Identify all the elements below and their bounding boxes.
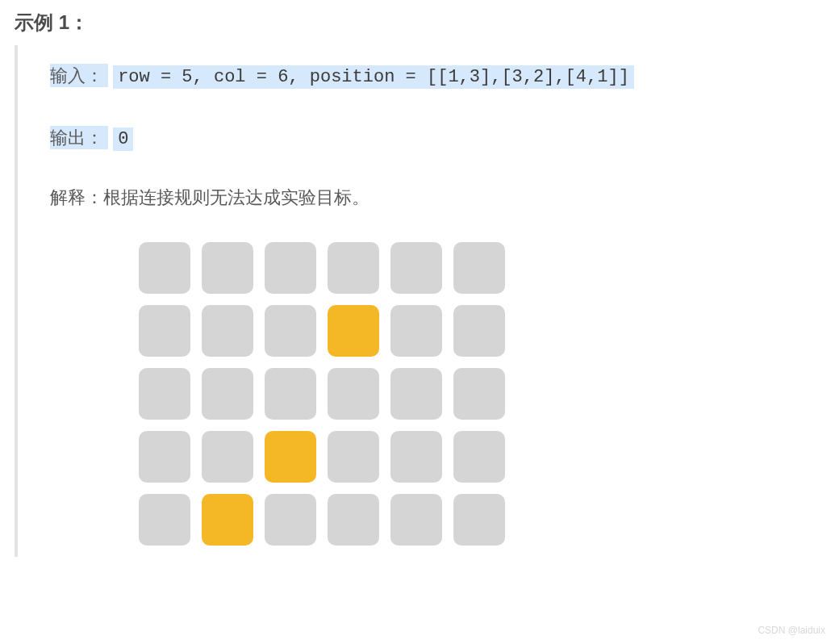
grid-cell (453, 494, 505, 546)
grid-cell (265, 305, 316, 357)
grid-cell (453, 305, 505, 357)
grid (139, 242, 505, 557)
explain-label: 解释： (50, 187, 103, 207)
grid-cell-active (202, 494, 253, 546)
grid-row (139, 494, 505, 546)
grid-row (139, 242, 505, 294)
output-value: 0 (113, 128, 133, 151)
input-line: 输入： row = 5, col = 6, position = [[1,3],… (50, 61, 835, 91)
grid-cell (328, 368, 379, 420)
grid-cell (139, 494, 190, 546)
grid-cell (202, 431, 253, 483)
grid-cell (202, 242, 253, 294)
grid-cell-active (265, 431, 316, 483)
input-label: 输入： (50, 64, 108, 87)
example-block: 输入： row = 5, col = 6, position = [[1,3],… (15, 45, 835, 557)
grid-cell (453, 242, 505, 294)
grid-cell (202, 368, 253, 420)
grid-cell (265, 242, 316, 294)
grid-row (139, 305, 505, 357)
input-value: row = 5, col = 6, position = [[1,3],[3,2… (113, 65, 634, 89)
grid-cell (139, 431, 190, 483)
grid-cell (328, 242, 379, 294)
grid-cell (328, 431, 379, 483)
grid-cell (265, 494, 316, 546)
grid-cell (390, 305, 442, 357)
output-line: 输出： 0 (50, 123, 835, 153)
grid-cell (202, 305, 253, 357)
grid-cell-active (328, 305, 379, 357)
grid-wrap (50, 242, 835, 557)
grid-row (139, 431, 505, 483)
grid-row (139, 368, 505, 420)
grid-cell (390, 431, 442, 483)
grid-cell (390, 242, 442, 294)
grid-cell (139, 305, 190, 357)
grid-cell (265, 368, 316, 420)
grid-cell (453, 368, 505, 420)
explain-line: 解释：根据连接规则无法达成实验目标。 (50, 186, 835, 210)
grid-cell (390, 494, 442, 546)
grid-cell (328, 494, 379, 546)
grid-cell (139, 242, 190, 294)
grid-cell (139, 368, 190, 420)
grid-cell (453, 431, 505, 483)
grid-cell (390, 368, 442, 420)
explain-text: 根据连接规则无法达成实验目标。 (103, 187, 369, 207)
example-heading: 示例 1： (0, 0, 835, 45)
watermark: CSDN @laiduix (758, 625, 825, 636)
output-label: 输出： (50, 126, 108, 149)
